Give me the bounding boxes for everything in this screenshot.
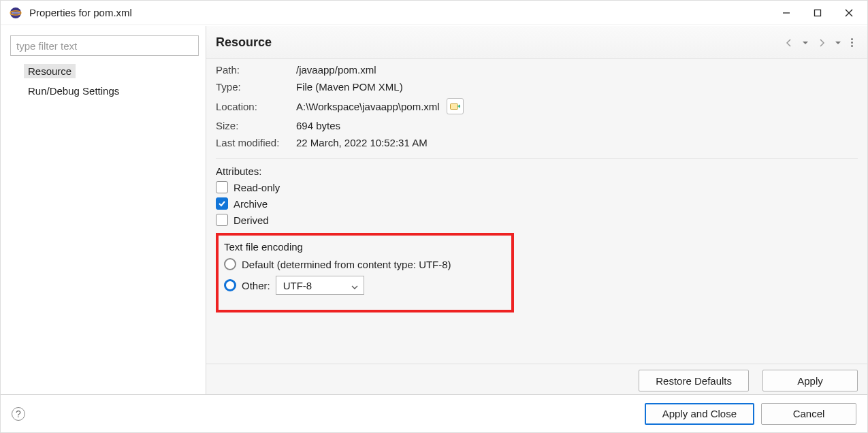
panel-header: Resource xyxy=(206,26,867,59)
forward-menu-icon[interactable] xyxy=(832,37,844,49)
encoding-other-radio[interactable] xyxy=(224,279,236,291)
filter-input[interactable] xyxy=(10,35,199,56)
location-value: A:\Workspace\javaapp\pom.xml xyxy=(296,101,440,112)
sidebar-item-resource[interactable]: Resource xyxy=(24,64,76,78)
sidebar: Resource Run/Debug Settings xyxy=(1,26,206,394)
text-file-encoding-group: Text file encoding Default (determined f… xyxy=(216,233,514,312)
show-in-system-explorer-button[interactable] xyxy=(447,98,464,114)
eclipse-icon xyxy=(9,6,22,20)
chevron-down-icon xyxy=(351,280,358,291)
last-modified-value: 22 March, 2022 10:52:31 AM xyxy=(296,137,858,148)
resource-info-table: Path: /javaapp/pom.xml Type: File (Maven… xyxy=(216,64,858,148)
encoding-other-value: UTF-8 xyxy=(283,280,312,291)
path-label: Path: xyxy=(216,64,296,76)
apply-and-close-button[interactable]: Apply and Close xyxy=(645,403,754,425)
panel-title: Resource xyxy=(216,35,272,50)
derived-label: Derived xyxy=(234,214,269,226)
readonly-checkbox[interactable] xyxy=(216,181,228,193)
restore-defaults-button[interactable]: Restore Defaults xyxy=(639,370,749,391)
svg-rect-2 xyxy=(815,10,821,16)
forward-icon[interactable] xyxy=(816,37,828,49)
type-value: File (Maven POM XML) xyxy=(296,81,858,93)
main-panel: Resource Path: /javaapp/pom.xml Type: Fi… xyxy=(206,26,867,394)
readonly-label: Read-only xyxy=(234,182,280,193)
encoding-section-label: Text file encoding xyxy=(224,241,506,253)
back-icon[interactable] xyxy=(783,37,795,49)
path-value: /javaapp/pom.xml xyxy=(296,64,858,76)
attributes-section-label: Attributes: xyxy=(216,165,858,177)
archive-checkbox[interactable] xyxy=(216,197,228,210)
panel-button-row: Restore Defaults Apply xyxy=(206,364,867,394)
category-tree: Resource Run/Debug Settings xyxy=(10,61,199,101)
encoding-default-label: Default (determined from content type: U… xyxy=(242,259,451,270)
derived-checkbox[interactable] xyxy=(216,214,228,226)
size-label: Size: xyxy=(216,120,296,131)
close-button[interactable] xyxy=(833,2,865,24)
last-modified-label: Last modified: xyxy=(216,137,296,148)
archive-label: Archive xyxy=(234,198,268,210)
help-icon[interactable]: ? xyxy=(12,407,25,421)
svg-rect-3 xyxy=(450,103,457,109)
type-label: Type: xyxy=(216,81,296,93)
encoding-default-radio[interactable] xyxy=(224,258,236,270)
maximize-button[interactable] xyxy=(802,2,833,24)
back-menu-icon[interactable] xyxy=(799,37,811,49)
window-title: Properties for pom.xml xyxy=(29,7,132,18)
minimize-button[interactable] xyxy=(771,2,802,24)
cancel-button[interactable]: Cancel xyxy=(761,403,856,425)
sidebar-item-run-debug[interactable]: Run/Debug Settings xyxy=(24,84,123,98)
encoding-other-select[interactable]: UTF-8 xyxy=(276,276,364,295)
size-value: 694 bytes xyxy=(296,120,858,131)
dialog-footer: ? Apply and Close Cancel xyxy=(1,394,867,432)
encoding-other-label: Other: xyxy=(242,280,270,291)
separator xyxy=(216,158,858,159)
location-label: Location: xyxy=(216,101,296,112)
panel-menu-icon[interactable] xyxy=(851,37,858,49)
apply-button[interactable]: Apply xyxy=(762,370,858,391)
titlebar: Properties for pom.xml xyxy=(1,1,867,25)
